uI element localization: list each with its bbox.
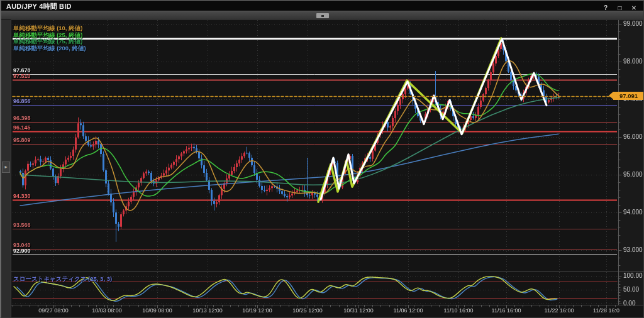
left-sidebar: ▸ xyxy=(1,19,11,318)
sidebar-expand-button[interactable]: ▸ xyxy=(2,162,10,173)
window-title: AUD/JPY 4時間 BID xyxy=(6,2,72,11)
title-bar: AUD/JPY 4時間 BID ? □ ✕ xyxy=(1,1,643,11)
toolbar xyxy=(1,11,643,19)
chart-canvas[interactable] xyxy=(1,1,644,318)
collapse-dot-icon xyxy=(321,15,324,17)
toolbar-collapse-button[interactable] xyxy=(316,13,329,18)
app-window: AUD/JPY 4時間 BID ? □ ✕ ▸ 単純移動平均線 (10, 終値)… xyxy=(0,0,644,318)
